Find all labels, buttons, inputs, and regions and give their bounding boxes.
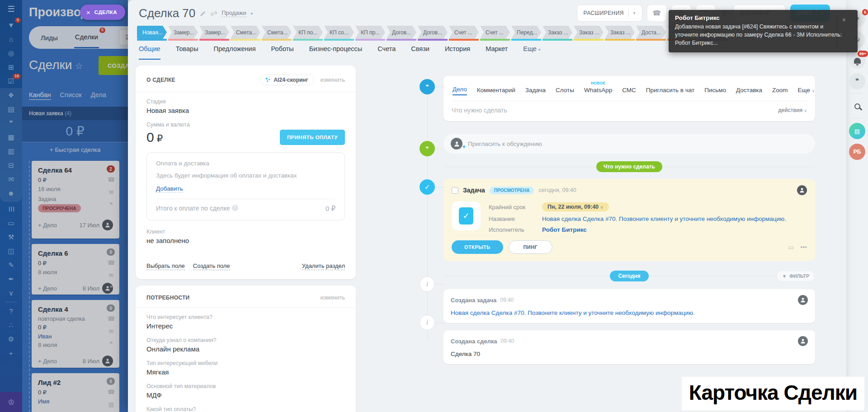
edit-link[interactable]: изменить — [321, 77, 345, 83]
people-icon[interactable]: ☻ — [0, 186, 22, 200]
card-title[interactable]: Сделка 6 — [38, 249, 113, 257]
stage-5[interactable]: КП по... — [293, 26, 323, 41]
bell-icon[interactable]: 99+ — [849, 52, 865, 69]
stage-13[interactable]: Заказ ... — [542, 26, 572, 41]
tab-products[interactable]: Товары — [176, 45, 198, 60]
tab-leads[interactable]: Лиды — [40, 28, 59, 48]
stage-9[interactable]: Догов... — [418, 26, 448, 41]
toast-close-icon[interactable]: × — [842, 16, 846, 23]
deal-title[interactable]: Сделка 70 — [139, 6, 195, 20]
tab-links[interactable]: Связи — [411, 45, 429, 60]
more-dots-icon[interactable]: ••• — [800, 243, 807, 251]
stage-3[interactable]: Смета... — [231, 26, 260, 41]
actions-dropdown[interactable]: действия ∨ — [778, 107, 807, 113]
stage-10[interactable]: Счет ... — [449, 26, 479, 41]
add-icon[interactable]: + — [0, 346, 22, 360]
mail-icon[interactable]: ✉ — [0, 172, 22, 186]
tab-market[interactable]: Маркет — [486, 45, 508, 60]
tl-tab-zoom[interactable]: Zoom — [772, 87, 788, 95]
ping-button[interactable]: ПИНГ — [509, 240, 553, 254]
phone-icon[interactable]: ☎ — [108, 315, 115, 322]
company-icon[interactable]: ⌂ — [0, 32, 22, 46]
tab-history[interactable]: История — [445, 45, 470, 60]
assignee-avatar[interactable] — [102, 220, 113, 230]
card-title[interactable]: Сделка 4 — [38, 305, 113, 313]
crm-funnel-icon[interactable]: ▼5 — [0, 18, 22, 32]
notification-toast[interactable]: Робот Битрикс Добавлена новая задача [#6… — [669, 10, 858, 52]
view-kanban[interactable]: Канбан — [29, 91, 51, 100]
create-deal-button[interactable]: СОЗДАТЬ — [99, 56, 128, 75]
lead-card[interactable]: 0 ☎▤✉ Лид #2 0 ₽ Имя — [32, 373, 119, 412]
crown-icon[interactable]: ♔ — [0, 392, 22, 412]
stage-6[interactable]: КП со... — [324, 26, 354, 41]
phone-icon[interactable]: ☎ — [108, 176, 115, 183]
task-name-link[interactable]: Новая сделка Сделка #70. Позвоните клиен… — [542, 215, 786, 222]
stage-2[interactable]: Замер... — [199, 26, 229, 41]
tab-quotes[interactable]: Предложения — [214, 45, 256, 60]
view-activities[interactable]: Дела — [91, 91, 106, 100]
tab-invoices[interactable]: Счета — [377, 45, 396, 60]
create-field-link[interactable]: Создать поле — [193, 262, 230, 270]
mail-icon[interactable]: ✉ — [108, 272, 115, 279]
shop-cart-icon[interactable]: ⊞ — [0, 60, 22, 74]
deal-card[interactable]: 0 ☎✉❞ Сделка 4 повторная сделка 0 ₽ Иван… — [32, 300, 119, 368]
stage-15[interactable]: Заказ ... — [605, 26, 635, 41]
filter-button[interactable]: ▼ФИЛЬТР — [776, 271, 815, 281]
tab-more[interactable]: Еще ▾ — [523, 45, 540, 60]
calendar-icon[interactable]: ▦ — [0, 130, 22, 144]
view-list[interactable]: Список — [60, 91, 82, 100]
add-activity-link[interactable]: + Дело — [38, 285, 57, 292]
task-avatar[interactable] — [797, 185, 807, 195]
stage-1[interactable]: Замер... — [168, 26, 198, 41]
stage-new[interactable]: Новая... — [137, 26, 167, 41]
tl-tab-activity[interactable]: Дело — [453, 86, 467, 95]
event-avatar[interactable] — [798, 295, 808, 305]
collapse-icon[interactable]: ∨ — [0, 286, 22, 300]
extensions-button[interactable]: РАСШИРЕНИЯ▾ — [577, 5, 642, 22]
drive-icon[interactable]: ⊟ — [0, 158, 22, 172]
favorite-star-icon[interactable]: ☆ — [75, 61, 83, 71]
warehouse-icon[interactable]: ◫ — [0, 244, 22, 258]
task-checkbox[interactable] — [452, 187, 458, 194]
site-panel-icon[interactable]: ▤ — [0, 102, 22, 116]
robot-icon[interactable]: ⚒ — [0, 230, 22, 244]
add-payment-link[interactable]: Добавить — [156, 185, 183, 192]
tasks-icon[interactable]: ☑16 — [0, 74, 22, 88]
tl-tab-letter[interactable]: Письмо — [704, 87, 726, 95]
sign-pen-icon[interactable]: ✒ — [0, 272, 22, 286]
link-icon[interactable] — [211, 10, 217, 17]
marketing-target-icon[interactable]: ◎ — [0, 46, 22, 60]
analytics-icon[interactable]: ☰ — [0, 202, 22, 216]
add-activity-link[interactable]: + Дело — [38, 358, 57, 365]
stage-12[interactable]: Перед... — [511, 26, 541, 41]
ai-scoring-badge[interactable]: AI24-скоринг — [259, 75, 314, 85]
printer-icon[interactable]: ▤ — [108, 401, 115, 408]
card-title[interactable]: Лид #2 — [38, 379, 113, 386]
tl-tab-comment[interactable]: Комментарий — [477, 87, 515, 95]
tl-tab-task[interactable]: Задача — [525, 87, 546, 95]
phone-icon[interactable]: ☎ — [108, 259, 115, 266]
add-activity-link[interactable]: + Дело — [38, 222, 57, 229]
user-avatar[interactable]: РБ — [849, 144, 865, 160]
quick-deal-button[interactable]: + Быстрая сделка — [22, 142, 128, 157]
delete-section-link[interactable]: Удалить раздел — [302, 262, 345, 270]
tab-general[interactable]: Общие — [139, 45, 160, 60]
tl-tab-whatsapp[interactable]: НОВОЕWhatsApp — [584, 87, 612, 95]
deal-card[interactable]: 0 ☎✉❞ Сделка 6 0 ₽ 8 июля + Дело 8 Июл — [32, 244, 119, 295]
help-icon[interactable]: ? — [0, 304, 22, 318]
card-contact-link[interactable]: Иван — [38, 333, 113, 340]
card-contact-link[interactable]: Имя — [38, 398, 113, 405]
deal-card[interactable]: 2 ☎✉❞ Сделка 64 0 ₽ 16 июля Задача ПРОСР… — [32, 161, 119, 239]
tl-tab-sms[interactable]: СМС — [622, 87, 636, 95]
mail-icon[interactable]: ✉ — [108, 189, 115, 196]
help-question-icon[interactable]: ? — [232, 205, 238, 211]
close-icon[interactable]: × — [86, 9, 90, 16]
pipeline-selector[interactable]: Продажи — [222, 9, 246, 17]
stage-4[interactable]: Смета... — [262, 26, 292, 41]
tl-tab-more[interactable]: Еще ∨ — [798, 87, 815, 95]
assignee-avatar[interactable] — [102, 356, 113, 366]
phone-icon[interactable]: ☎ — [108, 389, 115, 395]
edit-pencil-icon[interactable] — [200, 10, 206, 17]
deadline-pill[interactable]: Пн, 22 июля, 09:40 ∨ — [542, 202, 609, 211]
stage-14[interactable]: Заказ ... — [574, 26, 604, 41]
